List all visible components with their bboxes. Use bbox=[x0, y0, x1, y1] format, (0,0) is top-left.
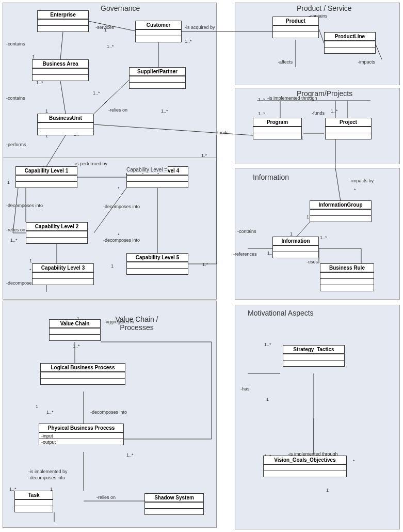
logical-bp-name: Logical Business Process bbox=[41, 364, 125, 372]
box-business-rule: Business Rule bbox=[320, 263, 374, 291]
cap1-attr2 bbox=[16, 181, 77, 187]
mult-34: 1..* bbox=[73, 343, 80, 349]
enterprise-attr1 bbox=[38, 19, 88, 25]
vision-goals-attr2 bbox=[264, 471, 346, 477]
business-unit-attr1 bbox=[38, 122, 93, 129]
mult-28: 1 bbox=[290, 231, 293, 237]
mult-22: * bbox=[29, 268, 31, 273]
task-name: Task bbox=[15, 491, 53, 499]
enterprise-name: Enterprise bbox=[38, 11, 88, 19]
box-cap5: Capability Level 5 bbox=[126, 253, 188, 275]
mult-35: 1 bbox=[36, 404, 38, 409]
label-acquired: -is acquired by bbox=[185, 25, 215, 30]
physical-bp-name: Physical Business Process bbox=[39, 424, 123, 432]
box-task: Task bbox=[14, 491, 53, 512]
vision-goals-name: Vision_Goals_Objectives bbox=[264, 456, 346, 464]
supplier-partner-attr1 bbox=[130, 76, 185, 82]
cap5-name: Capability Level 5 bbox=[127, 254, 188, 262]
product-attr1 bbox=[273, 25, 318, 32]
product-line-attr1 bbox=[325, 41, 375, 47]
mult-4: 1..* bbox=[185, 39, 192, 44]
mult-18: 1 bbox=[7, 180, 10, 185]
business-area-attr2 bbox=[33, 74, 88, 81]
product-service-label: Product / Service bbox=[297, 4, 352, 12]
mult-8: 1..* bbox=[161, 108, 168, 114]
program-attr2 bbox=[253, 133, 301, 139]
box-information: Information bbox=[272, 237, 319, 258]
project-name: Project bbox=[326, 118, 371, 127]
business-unit-name: BusinessUnit bbox=[38, 114, 93, 122]
label-performed-by: -is performed by bbox=[74, 161, 107, 166]
strategy-tactics-attr1 bbox=[283, 354, 344, 360]
cap3-attr1 bbox=[33, 272, 93, 278]
box-logical-bp: Logical Business Process bbox=[40, 363, 125, 385]
box-product-line: ProductLine bbox=[324, 32, 376, 54]
mult-44: 1 bbox=[326, 488, 329, 493]
information-group-attr2 bbox=[310, 215, 371, 222]
box-program: Program bbox=[253, 118, 302, 139]
product-line-attr2 bbox=[325, 47, 375, 53]
project-attr1 bbox=[326, 127, 371, 133]
physical-bp-attr2: -output bbox=[39, 439, 123, 445]
box-project: Project bbox=[325, 118, 372, 139]
label-relies-on2: -relies on bbox=[6, 227, 25, 232]
label-contains1: -contains bbox=[6, 41, 25, 46]
label-decomposes5: -decomposes into bbox=[90, 410, 127, 415]
cap-level-eq-label: Capability Level = bbox=[126, 166, 168, 173]
label-impacts: -impacts bbox=[358, 59, 375, 65]
task-attr1 bbox=[15, 499, 53, 506]
cap3-attr2 bbox=[33, 278, 93, 285]
label-impl-through1: -is implemented through bbox=[267, 96, 317, 101]
label-affects: -affects bbox=[278, 59, 293, 65]
mult-16: 1.* bbox=[201, 153, 207, 158]
program-attr1 bbox=[253, 127, 301, 133]
information-group-attr1 bbox=[310, 209, 371, 215]
mult-13: 1..* bbox=[331, 108, 338, 114]
label-funds2: -funds bbox=[216, 130, 229, 135]
business-area-name: Business Area bbox=[33, 60, 88, 68]
label-aggregates: -aggregates to bbox=[104, 319, 134, 324]
label-contains2: -contains bbox=[6, 96, 25, 101]
business-rule-name: Business Rule bbox=[320, 264, 374, 272]
label-decomposes1: -decomposes into bbox=[6, 203, 43, 208]
business-rule-attr1 bbox=[320, 272, 374, 278]
customer-attr2 bbox=[136, 36, 181, 42]
mult-3: 1 bbox=[104, 27, 107, 33]
cap1-attr1 bbox=[16, 175, 77, 181]
mult-25: 1 bbox=[111, 263, 114, 269]
business-area-attr1 bbox=[33, 68, 88, 74]
shadow-system-name: Shadow System bbox=[145, 494, 203, 502]
cap4-attr1 bbox=[127, 175, 188, 181]
shadow-system-attr2 bbox=[145, 508, 203, 514]
label-funds1: -funds bbox=[312, 111, 325, 116]
cap2-attr2 bbox=[26, 237, 87, 243]
box-customer: Customer bbox=[135, 21, 182, 42]
mult-37: 1..* bbox=[126, 452, 134, 458]
mult-43: * bbox=[353, 459, 355, 464]
label-has: -has bbox=[240, 386, 250, 392]
shadow-system-attr1 bbox=[145, 502, 203, 508]
project-attr2 bbox=[326, 133, 371, 139]
supplier-partner-name: Supplier/Partner bbox=[130, 68, 185, 76]
mult-5: 1 bbox=[32, 54, 35, 59]
customer-attr1 bbox=[136, 29, 181, 36]
box-supplier-partner: Supplier/Partner bbox=[129, 67, 186, 89]
mult-21: 1 bbox=[29, 258, 32, 263]
mult-9: 1 bbox=[45, 108, 48, 114]
business-unit-attr2 bbox=[38, 129, 93, 135]
cap5-attr2 bbox=[127, 268, 188, 274]
mult-29: 1..* bbox=[320, 235, 327, 240]
mult-12: 1..* bbox=[258, 97, 265, 102]
box-physical-bp: Physical Business Process -input -output bbox=[39, 424, 124, 445]
label-uses: -uses bbox=[307, 259, 318, 264]
mult-23: * bbox=[118, 186, 120, 191]
box-business-area: Business Area bbox=[32, 59, 89, 81]
cap2-attr1 bbox=[26, 231, 87, 237]
cap5-attr1 bbox=[127, 262, 188, 268]
box-business-unit: BusinessUnit bbox=[37, 114, 94, 135]
cap3-name: Capability Level 3 bbox=[33, 264, 93, 272]
vision-goals-attr1 bbox=[264, 464, 346, 471]
motivational-region bbox=[235, 305, 400, 529]
information-attr2 bbox=[273, 252, 318, 258]
box-vision-goals: Vision_Goals_Objectives bbox=[263, 456, 347, 477]
